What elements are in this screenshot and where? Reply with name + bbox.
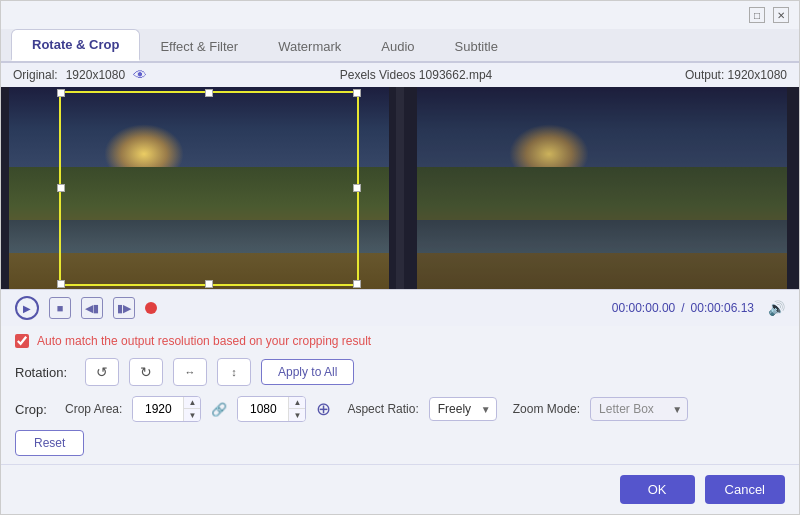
prev-frame-button[interactable]: ◀▮ <box>81 297 103 319</box>
zoom-mode-wrapper: Letter Box Full Screen Pan & Scan ▼ <box>590 397 688 421</box>
tab-bar: Rotate & Crop Effect & Filter Watermark … <box>1 29 799 63</box>
sky-layer <box>9 87 389 177</box>
crop-height-spinners: ▲ ▼ <box>288 397 305 421</box>
output-label: Output: <box>685 68 724 82</box>
crop-area-label: Crop Area: <box>65 402 122 416</box>
play-button[interactable]: ▶ <box>15 296 39 320</box>
sky-layer-r <box>417 87 787 177</box>
video-panels <box>1 87 799 289</box>
tab-audio[interactable]: Audio <box>361 32 434 61</box>
auto-match-checkbox[interactable] <box>15 334 29 348</box>
rotate-ccw-button[interactable]: ↺ <box>85 358 119 386</box>
stop-button[interactable]: ■ <box>49 297 71 319</box>
video-preview-left <box>9 87 389 289</box>
crop-width-up[interactable]: ▲ <box>184 397 200 409</box>
apply-to-all-button[interactable]: Apply to All <box>261 359 354 385</box>
time-separator: / <box>681 301 684 315</box>
eye-icon[interactable]: 👁 <box>133 67 147 83</box>
aspect-ratio-select[interactable]: Freely 16:9 4:3 1:1 9:16 <box>429 397 497 421</box>
link-icon: 🔗 <box>211 402 227 417</box>
crop-height-up[interactable]: ▲ <box>289 397 305 409</box>
cancel-button[interactable]: Cancel <box>705 475 785 504</box>
playback-bar: ▶ ■ ◀▮ ▮▶ 00:00:00.00 / 00:00:06.13 🔊 <box>1 289 799 326</box>
original-resolution: 1920x1080 <box>66 68 125 82</box>
video-panel-right <box>404 87 799 289</box>
crop-width-spinners: ▲ ▼ <box>183 397 200 421</box>
auto-match-row: Auto match the output resolution based o… <box>1 326 799 352</box>
zoom-mode-select[interactable]: Letter Box Full Screen Pan & Scan <box>590 397 688 421</box>
rotation-label: Rotation: <box>15 365 75 380</box>
bottom-actions: OK Cancel <box>1 464 799 514</box>
zoom-mode-label: Zoom Mode: <box>513 402 580 416</box>
panel-divider <box>396 87 404 289</box>
crop-width-input[interactable] <box>133 398 183 420</box>
water-layer-r <box>417 220 787 252</box>
volume-icon[interactable]: 🔊 <box>768 300 785 316</box>
tab-subtitle[interactable]: Subtitle <box>435 32 518 61</box>
ok-button[interactable]: OK <box>620 475 695 504</box>
aspect-ratio-wrapper: Freely 16:9 4:3 1:1 9:16 ▼ <box>429 397 497 421</box>
minimize-button[interactable]: □ <box>749 7 765 23</box>
aspect-ratio-label: Aspect Ratio: <box>347 402 418 416</box>
crop-height-input[interactable] <box>238 398 288 420</box>
crop-row: Crop: Crop Area: ▲ ▼ 🔗 ▲ ▼ ⊕ Aspect Rati… <box>15 396 785 422</box>
video-preview-right <box>417 87 787 289</box>
controls-section: Rotation: ↺ ↻ ↔ ↕ Apply to All Crop: Cro… <box>1 352 799 464</box>
time-current: 00:00:00.00 <box>612 301 675 315</box>
main-window: □ ✕ Rotate & Crop Effect & Filter Waterm… <box>0 0 800 515</box>
crop-width-input-group: ▲ ▼ <box>132 396 201 422</box>
reset-button[interactable]: Reset <box>15 430 84 456</box>
crop-label: Crop: <box>15 402 55 417</box>
rotate-cw-button[interactable]: ↻ <box>129 358 163 386</box>
next-frame-button[interactable]: ▮▶ <box>113 297 135 319</box>
rotation-row: Rotation: ↺ ↻ ↔ ↕ Apply to All <box>15 358 785 386</box>
original-info: Original: 1920x1080 👁 <box>13 67 147 83</box>
crosshair-icon[interactable]: ⊕ <box>316 398 331 420</box>
crop-height-input-group: ▲ ▼ <box>237 396 306 422</box>
close-button[interactable]: ✕ <box>773 7 789 23</box>
video-panel-left <box>1 87 396 289</box>
crop-height-down[interactable]: ▼ <box>289 409 305 421</box>
original-label: Original: <box>13 68 58 82</box>
tab-effect-filter[interactable]: Effect & Filter <box>140 32 258 61</box>
tab-rotate-crop[interactable]: Rotate & Crop <box>11 29 140 61</box>
record-indicator <box>145 302 157 314</box>
flip-horizontal-button[interactable]: ↔ <box>173 358 207 386</box>
crop-width-down[interactable]: ▼ <box>184 409 200 421</box>
output-resolution: 1920x1080 <box>728 68 787 82</box>
output-info: Output: 1920x1080 <box>685 68 787 82</box>
tab-watermark[interactable]: Watermark <box>258 32 361 61</box>
water-layer <box>9 220 389 252</box>
filename: Pexels Videos 1093662.mp4 <box>340 68 493 82</box>
title-bar: □ ✕ <box>1 1 799 29</box>
time-total: 00:00:06.13 <box>691 301 754 315</box>
flip-vertical-button[interactable]: ↕ <box>217 358 251 386</box>
auto-match-label: Auto match the output resolution based o… <box>37 334 371 348</box>
playback-controls: ▶ ■ ◀▮ ▮▶ <box>15 296 157 320</box>
video-info-bar: Original: 1920x1080 👁 Pexels Videos 1093… <box>1 63 799 87</box>
